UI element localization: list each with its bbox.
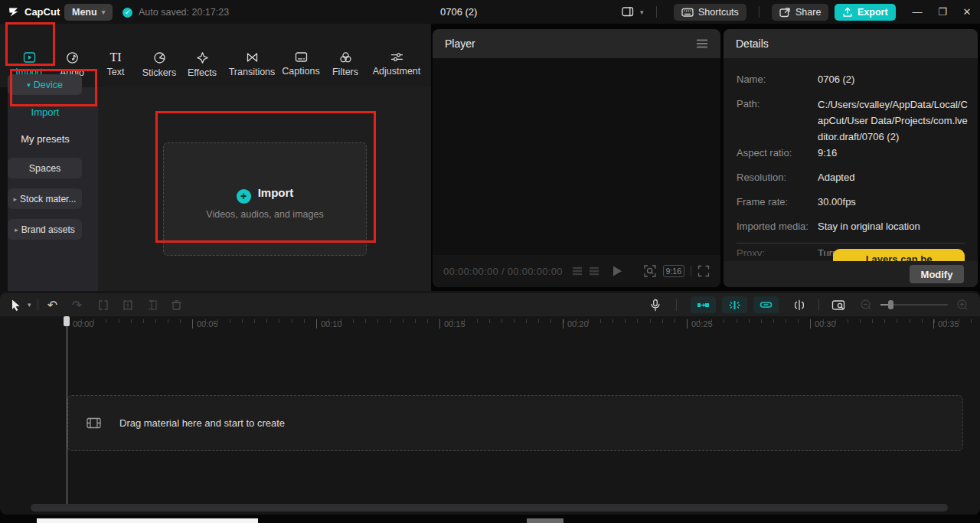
tab-filters[interactable]: Filters [330,51,361,77]
close-button[interactable]: ✕ [957,0,977,24]
play-icon[interactable] [612,265,622,277]
detail-imported-label: Imported media: [737,221,808,232]
detail-framerate-value: 30.00fps [818,196,969,208]
autosave-text: Auto saved: 20:17:23 [139,7,229,18]
auto-ripple-toggle[interactable] [722,296,747,313]
share-icon [779,7,791,18]
details-footer: Modify [724,261,978,287]
player-controls: 00:00:00:00 / 00:00:00:00 9:16 [433,255,720,287]
capcut-logo-icon [8,7,20,18]
export-button[interactable]: Export [835,4,896,21]
split-left-icon[interactable] [118,296,138,314]
share-button[interactable]: Share [772,4,828,21]
timeline-zoom-slider[interactable] [880,304,948,306]
ruler-label-6: 00:30 [810,319,836,329]
sidebar-item-import[interactable]: Import [0,106,90,118]
menu-label: Menu [72,7,97,18]
sidebar-item-brand-assets[interactable]: ▸ Brand assets [8,219,82,240]
titlebar-divider-2 [759,6,760,18]
time-display: 00:00:00:00 / 00:00:00:00 [443,266,563,277]
cursor-tool-icon[interactable] [6,296,26,314]
slider-handle[interactable] [888,300,893,309]
bottom-strip [0,515,980,523]
check-circle-icon: ✓ [122,8,132,18]
zoom-out-icon[interactable] [856,296,876,314]
playhead-handle[interactable] [64,316,70,326]
tab-effects[interactable]: Effects [185,51,220,78]
ratio-selector[interactable]: 9:16 [663,265,684,277]
detail-aspect-label: Aspect ratio: [737,147,792,159]
titlebar: CapCut Menu ▾ ✓ Auto saved: 20:17:23 070… [0,0,980,24]
tab-text[interactable]: TI Text [100,51,131,77]
stickers-tab-icon [153,51,166,64]
sidebar-item-stock-materials[interactable]: ▸ Stock mater... [8,188,82,209]
sidebar-item-spaces[interactable]: Spaces [8,158,82,178]
export-icon [842,7,853,18]
film-strip-icon [87,417,101,429]
tab-adjustment-label: Adjustment [373,66,421,77]
caret-right-icon-2: ▸ [15,226,18,234]
highlight-box-import-tab [5,22,55,66]
layout-chevron-down-icon[interactable]: ▾ [640,8,644,16]
sidebar-import-label: Import [31,106,60,118]
record-voiceover-icon[interactable] [645,296,665,314]
tab-stickers[interactable]: Stickers [139,51,179,78]
minimize-button[interactable]: — [907,0,927,24]
preview-frame-icon[interactable] [828,296,848,314]
player-title: Player [445,38,475,50]
timeline-ruler[interactable]: 00:00 00:05 00:10 00:15 00:20 00:25 00:3… [0,316,980,333]
ruler-label-7: 00:35 [933,319,959,329]
track-dropzone[interactable]: Drag material here and start to create [67,395,963,451]
delete-icon[interactable] [167,296,187,314]
export-label: Export [858,7,888,18]
taskbar-gray-segment [527,518,564,523]
details-title: Details [736,38,769,50]
modify-button[interactable]: Modify [910,265,964,283]
highlight-box-import-zone [155,111,376,243]
sidebar-my-presets-label: My presets [21,133,70,145]
split-preview-icon[interactable] [789,296,809,314]
list-icon-2[interactable] [589,266,599,276]
keyboard-icon [681,7,694,18]
tab-filters-label: Filters [332,67,358,77]
effects-tab-icon [196,51,209,64]
link-toggle[interactable] [753,296,779,313]
focus-zoom-icon[interactable] [643,264,657,278]
timeline-panel: ▾ ↶ ↷ [0,291,980,515]
split-icon[interactable] [93,296,113,314]
timeline-scrollbar[interactable] [31,504,948,512]
player-header: Player [433,29,720,58]
player-panel: Player 00:00:00:00 / 00:00:00:00 9:16 [433,29,720,287]
hamburger-menu-icon[interactable] [696,39,708,48]
redo-icon[interactable]: ↷ [67,296,87,314]
shortcuts-label: Shortcuts [698,7,739,18]
tab-transitions[interactable]: Transitions [227,51,276,77]
menu-button[interactable]: Menu ▾ [64,4,113,21]
tab-captions[interactable]: Captions [280,51,322,77]
details-header: Details [724,29,978,58]
adjustment-tab-icon [390,51,403,63]
zoom-in-icon[interactable] [952,296,972,314]
cursor-chevron-down-icon[interactable]: ▾ [28,301,31,309]
workspace-layout-icon[interactable] [622,6,634,18]
undo-icon[interactable]: ↶ [43,296,63,314]
detail-resolution-label: Resolution: [737,172,786,183]
detail-name-label: Name: [737,74,766,85]
ruler-label-2: 00:10 [316,319,342,329]
captions-tab-icon [295,51,308,63]
modify-label: Modify [921,269,953,280]
restore-button[interactable]: ❐ [933,0,952,24]
sidebar-spaces-label: Spaces [29,163,61,174]
main-track-magnet-toggle[interactable] [691,296,716,313]
shortcuts-button[interactable]: Shortcuts [674,4,746,21]
split-right-icon[interactable] [142,296,162,314]
list-icon[interactable] [572,266,583,276]
detail-resolution-value: Adapted [818,172,969,183]
fullscreen-icon[interactable] [697,265,710,277]
details-divider [737,243,965,244]
detail-aspect-value: 9:16 [818,147,969,159]
tl-divider-1 [38,299,38,311]
sidebar-item-my-presets[interactable]: My presets [0,133,90,145]
tab-adjustment[interactable]: Adjustment [373,51,420,77]
capcut-logo: CapCut [8,6,60,18]
